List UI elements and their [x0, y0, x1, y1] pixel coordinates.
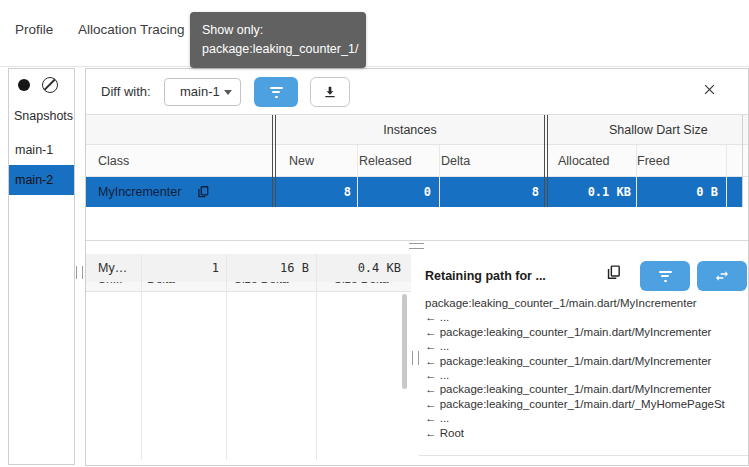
- retaining-path-line: ← package:leaking_counter_1/main.dart/My…: [425, 354, 747, 368]
- cell-instance-delta: 1: [141, 254, 219, 282]
- retaining-path-line: ← ...: [425, 310, 747, 324]
- column-header-released[interactable]: Released: [359, 145, 412, 177]
- export-button[interactable]: [310, 77, 350, 107]
- retaining-path-list: package:leaking_counter_1/main.dart/MyIn…: [425, 296, 747, 440]
- take-snapshot-icon[interactable]: [18, 79, 30, 91]
- download-icon: [322, 84, 338, 100]
- show-only-tooltip: Show only: package:leaking_counter_1/: [190, 12, 366, 68]
- group-separator: [544, 115, 548, 207]
- column-divider: [636, 145, 637, 207]
- retained-size-table: Sh... Instance Delta Shallow Size Delta …: [86, 254, 411, 465]
- column-divider: [726, 145, 727, 207]
- group-header-shallow-dart-size: Shallow Dart Size: [609, 115, 708, 145]
- column-divider: [141, 254, 142, 460]
- column-header-new[interactable]: New: [289, 145, 314, 177]
- class-row-selected[interactable]: MyIncrementer 8 0 8 0.1 KB 0 B: [86, 177, 742, 207]
- devtools-memory-window: Profile Allocation Tracing Show only: pa…: [0, 0, 749, 467]
- bottom-split-area: Sh... Instance Delta Shallow Size Delta …: [86, 254, 748, 465]
- tab-bar: Profile Allocation Tracing: [0, 0, 749, 67]
- retaining-path-panel: Retaining path for ... package:leaking_c…: [419, 254, 748, 456]
- cell-class-name: My…: [98, 254, 127, 282]
- table-row[interactable]: My… 1 16 B 0.4 KB: [86, 254, 411, 282]
- retaining-path-line: ← package:leaking_counter_1/main.dart/_M…: [425, 397, 747, 411]
- retaining-path-line: ← ...: [425, 339, 747, 353]
- filter-path-button[interactable]: [640, 261, 690, 291]
- horizontal-splitter-handle[interactable]: [409, 243, 424, 249]
- cell-retained-size-delta: 0.4 KB: [316, 254, 401, 282]
- cell-new: 8: [274, 177, 351, 207]
- copy-icon[interactable]: [605, 264, 622, 281]
- invert-path-button[interactable]: [697, 261, 747, 291]
- filter-icon: [659, 271, 672, 282]
- copy-icon[interactable]: [196, 185, 210, 199]
- cell-allocated: 0.1 KB: [546, 177, 631, 207]
- tooltip-line-1: Show only:: [202, 21, 354, 40]
- column-header-freed[interactable]: Freed: [637, 145, 670, 177]
- column-divider: [439, 145, 440, 207]
- class-name: MyIncrementer: [98, 177, 181, 207]
- class-diff-table: Instances Shallow Dart Size Class New Re…: [86, 114, 748, 241]
- diff-panel: Diff with: main-1 Instances Shallow Dart…: [85, 68, 749, 466]
- cell-shallow-size-delta: 16 B: [226, 254, 309, 282]
- column-divider: [316, 254, 317, 460]
- clear-all-icon[interactable]: [42, 77, 58, 93]
- retaining-path-line: ← Root: [425, 426, 747, 440]
- cell-freed: 0 B: [636, 177, 718, 207]
- retaining-path-line: ← package:leaking_counter_1/main.dart/My…: [425, 325, 747, 339]
- column-header-delta[interactable]: Delta: [441, 145, 470, 177]
- tab-allocation-tracing[interactable]: Allocation Tracing: [78, 22, 185, 37]
- bottom-splitter-handle[interactable]: [412, 351, 419, 365]
- filter-icon: [270, 87, 283, 98]
- group-header-instances: Instances: [274, 115, 546, 145]
- swap-horizontal-icon: [714, 268, 730, 284]
- column-divider: [357, 145, 358, 207]
- snapshot-list-item[interactable]: main-1: [9, 135, 74, 165]
- cell-delta: 8: [439, 177, 539, 207]
- diff-with-label: Diff with:: [101, 84, 151, 99]
- table-right-edge: [742, 115, 743, 207]
- column-divider: [226, 254, 227, 460]
- tab-profile[interactable]: Profile: [15, 22, 53, 37]
- retaining-path-title: Retaining path for ...: [425, 269, 546, 283]
- tooltip-line-2: package:leaking_counter_1/: [202, 40, 354, 59]
- snapshot-list-item[interactable]: main-2: [9, 165, 74, 195]
- cell-released: 0: [357, 177, 431, 207]
- snapshots-sidebar: Snapshots main-1 main-2: [8, 68, 75, 465]
- group-separator: [272, 115, 276, 207]
- close-button[interactable]: [702, 82, 722, 102]
- filter-button[interactable]: [254, 77, 298, 107]
- column-header-class[interactable]: Class: [98, 145, 129, 177]
- retaining-path-line: package:leaking_counter_1/main.dart/MyIn…: [425, 296, 747, 310]
- table-header-row: Class New Released Delta Allocated Freed: [86, 145, 748, 177]
- diff-with-selected-value: main-1: [180, 84, 220, 99]
- column-header-allocated[interactable]: Allocated: [558, 145, 609, 177]
- diff-with-dropdown[interactable]: main-1: [164, 78, 241, 106]
- retaining-path-line: ← package:leaking_counter_1/main.dart/My…: [425, 382, 747, 396]
- caret-down-icon: [224, 90, 232, 95]
- sidebar-splitter-handle[interactable]: [76, 266, 83, 279]
- table-group-header: Instances Shallow Dart Size: [86, 115, 748, 145]
- vertical-scrollbar[interactable]: [402, 294, 407, 389]
- retaining-path-line: ← ...: [425, 368, 747, 382]
- snapshots-title: Snapshots: [14, 109, 73, 123]
- close-icon: [702, 82, 717, 97]
- retaining-path-line: ← ...: [425, 411, 747, 425]
- snapshot-list: main-1 main-2: [9, 135, 74, 195]
